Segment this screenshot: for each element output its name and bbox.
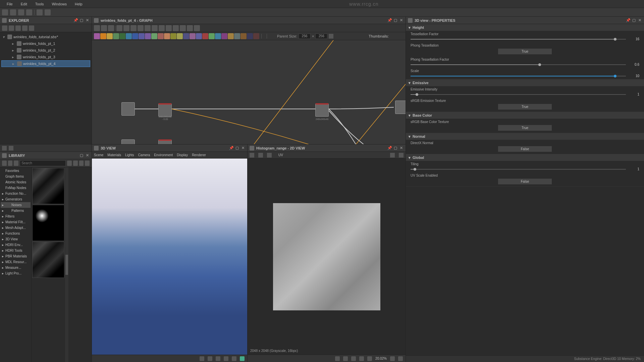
explorer-item[interactable]: ▸wrinkles_folds_pt_4 (1, 60, 90, 67)
timer-icon[interactable] (180, 25, 186, 31)
close-icon[interactable]: ✕ (637, 18, 642, 23)
atomic-node-button[interactable] (190, 33, 196, 39)
atomic-node-button[interactable] (209, 33, 215, 39)
library-category[interactable]: ▸Light Pro... (1, 270, 31, 276)
graph-node[interactable] (121, 139, 135, 144)
atomic-node-button[interactable] (158, 33, 164, 39)
prop-toggle[interactable]: False (498, 146, 552, 152)
atomic-node-button[interactable] (240, 33, 247, 39)
open2d-icon[interactable] (250, 153, 254, 158)
open-icon[interactable] (10, 9, 16, 15)
menu-file[interactable]: File (3, 2, 17, 6)
library-category[interactable]: ▸HDRI Tools (1, 248, 31, 253)
library-category[interactable]: ▸Material Filt... (1, 219, 31, 225)
refresh-icon[interactable] (9, 25, 14, 31)
lib-color-icon[interactable] (8, 161, 13, 166)
library-category[interactable]: ▸Generators (1, 196, 31, 202)
lib-edit-icon[interactable] (14, 161, 18, 166)
maximize-icon[interactable]: ▢ (393, 18, 398, 23)
save-icon[interactable] (18, 9, 24, 15)
atomic-node-button[interactable] (183, 33, 189, 39)
prop-slider[interactable] (411, 94, 626, 95)
library-category[interactable]: Favorites (1, 168, 31, 174)
props-section-header[interactable]: ▾Normal (406, 133, 644, 140)
zoomin-icon[interactable] (159, 25, 165, 31)
prop-slider[interactable] (411, 39, 626, 40)
parent-size-x-input[interactable] (299, 34, 311, 39)
zoom-icon[interactable] (123, 25, 129, 31)
grid-icon[interactable] (194, 25, 200, 31)
lib-view2-icon[interactable] (73, 161, 78, 166)
close-icon[interactable]: ✕ (240, 146, 245, 150)
prop-slider[interactable] (411, 76, 626, 76)
histogram-icon[interactable] (399, 153, 404, 158)
atomic-node-button[interactable] (139, 33, 145, 39)
library-category[interactable]: ▸PBR Materials (1, 253, 31, 259)
redo-icon[interactable] (45, 9, 51, 15)
library-thumbnail[interactable] (32, 205, 64, 241)
filter-icon[interactable] (29, 25, 34, 31)
zoomout-icon[interactable] (166, 25, 172, 31)
export-icon[interactable] (15, 25, 21, 31)
pin-icon[interactable]: 📌 (626, 18, 631, 23)
atomic-node-button[interactable] (126, 33, 132, 39)
copy2d-icon[interactable] (267, 153, 272, 158)
menu-edit[interactable]: Edit (17, 2, 31, 6)
menu-help[interactable]: Help (71, 2, 87, 6)
atomic-node-button[interactable] (215, 33, 221, 39)
view3d-menu-item[interactable]: Camera (138, 153, 150, 157)
explorer-item[interactable]: ▸wrinkles_folds_pt_1 (1, 40, 90, 47)
atomic-node-button[interactable] (164, 33, 170, 39)
sb-icon[interactable] (200, 356, 204, 361)
sb-icon[interactable] (390, 356, 395, 361)
atomic-node-button[interactable] (100, 33, 106, 39)
atomic-node-button[interactable] (247, 33, 253, 39)
uv-label[interactable]: UV (278, 153, 283, 157)
library-thumbnail[interactable] (32, 168, 64, 204)
atomic-node-button[interactable] (94, 33, 100, 39)
color-picker-icon[interactable] (240, 356, 245, 361)
save-all-icon[interactable] (26, 9, 32, 15)
parent-size-y-input[interactable] (315, 34, 327, 39)
library-category[interactable]: ▸Functions (1, 231, 31, 236)
info2-icon[interactable] (9, 146, 13, 150)
new-icon[interactable] (2, 9, 8, 15)
explorer-item[interactable]: ▸wrinkles_folds_pt_3 (1, 54, 90, 60)
info2d-icon[interactable] (390, 153, 395, 158)
pen-icon[interactable] (173, 25, 179, 31)
info-icon[interactable] (2, 146, 7, 150)
menu-windows[interactable]: Windows (48, 2, 71, 6)
props-section-header[interactable]: ▾Global (406, 154, 644, 161)
new-pkg-icon[interactable] (2, 25, 7, 31)
prop-toggle[interactable]: True (498, 125, 552, 131)
close-icon[interactable]: ✕ (85, 153, 90, 158)
view3d-menu-item[interactable]: Display (177, 153, 188, 157)
library-thumbnail[interactable] (32, 242, 64, 278)
props-section-header[interactable]: ▾Base Color (406, 112, 644, 119)
pin-icon[interactable]: 📌 (229, 146, 234, 150)
camera-icon[interactable] (108, 25, 114, 31)
graph-node[interactable]: 240x240x48 - 0.03 (158, 139, 172, 144)
graph-canvas[interactable]: 240x240x48 - 0.03240x240x48 - 0.03240x24… (92, 40, 406, 144)
graph-node[interactable] (121, 102, 135, 116)
view3d-menu-item[interactable]: Renderer (192, 153, 206, 157)
maximize-icon[interactable]: ▢ (632, 18, 636, 23)
atomic-node-button[interactable] (113, 33, 119, 39)
library-search-input[interactable] (20, 160, 66, 166)
view3d-viewport[interactable] (92, 159, 247, 355)
library-category[interactable]: ▸Filters (1, 214, 31, 219)
prop-slider[interactable] (411, 64, 626, 65)
lib-view3-icon[interactable] (79, 161, 84, 166)
frame-icon[interactable] (187, 25, 193, 31)
atomic-node-button[interactable] (221, 33, 227, 39)
lock-icon[interactable] (398, 356, 403, 361)
close-icon[interactable]: ✕ (85, 18, 90, 23)
library-category[interactable]: ▸MDL Resour... (1, 259, 31, 265)
library-category[interactable]: Graph Items (1, 174, 31, 179)
pin-icon[interactable]: 📌 (387, 18, 392, 23)
save2d-icon[interactable] (258, 153, 263, 158)
snap-icon[interactable] (94, 25, 100, 31)
atomic-node-button[interactable] (119, 33, 125, 39)
library-category[interactable]: ▸3D View (1, 236, 31, 242)
maximize-icon[interactable]: ▢ (235, 146, 239, 150)
